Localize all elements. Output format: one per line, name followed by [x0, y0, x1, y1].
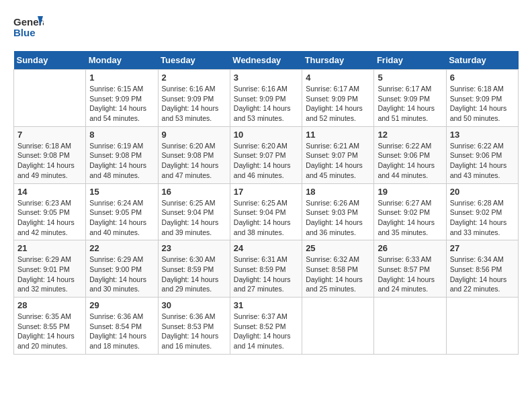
day-info: Sunrise: 6:37 AM Sunset: 8:52 PM Dayligh… — [234, 312, 298, 351]
svg-text:Blue: Blue — [13, 27, 36, 38]
day-info: Sunrise: 6:36 AM Sunset: 8:53 PM Dayligh… — [162, 312, 226, 351]
day-number: 5 — [378, 73, 442, 83]
weekday-header-sunday: Sunday — [14, 51, 86, 70]
day-info: Sunrise: 6:25 AM Sunset: 9:04 PM Dayligh… — [234, 198, 298, 238]
day-info: Sunrise: 6:29 AM Sunset: 9:00 PM Dayligh… — [89, 255, 154, 294]
day-info: Sunrise: 6:36 AM Sunset: 8:54 PM Dayligh… — [89, 312, 154, 351]
day-info: Sunrise: 6:22 AM Sunset: 9:06 PM Dayligh… — [450, 141, 515, 181]
weekday-header-friday: Friday — [374, 51, 446, 70]
day-info: Sunrise: 6:19 AM Sunset: 9:08 PM Dayligh… — [89, 141, 154, 181]
day-info: Sunrise: 6:35 AM Sunset: 8:55 PM Dayligh… — [17, 312, 82, 351]
calendar-week-row: 7Sunrise: 6:18 AM Sunset: 9:08 PM Daylig… — [14, 126, 519, 183]
day-number: 7 — [17, 130, 82, 140]
day-number: 24 — [234, 243, 298, 253]
day-number: 10 — [234, 130, 298, 140]
day-info: Sunrise: 6:18 AM Sunset: 9:08 PM Dayligh… — [17, 141, 82, 181]
calendar-cell: 16Sunrise: 6:25 AM Sunset: 9:04 PM Dayli… — [158, 183, 230, 240]
calendar-cell — [374, 298, 446, 355]
calendar-week-row: 14Sunrise: 6:23 AM Sunset: 9:05 PM Dayli… — [14, 183, 519, 240]
calendar-cell: 13Sunrise: 6:22 AM Sunset: 9:06 PM Dayli… — [446, 126, 518, 183]
weekday-header-saturday: Saturday — [446, 51, 518, 70]
day-info: Sunrise: 6:29 AM Sunset: 9:01 PM Dayligh… — [17, 255, 82, 294]
calendar-table: SundayMondayTuesdayWednesdayThursdayFrid… — [13, 51, 519, 355]
day-number: 4 — [306, 73, 370, 83]
calendar-cell: 25Sunrise: 6:32 AM Sunset: 8:58 PM Dayli… — [302, 240, 374, 298]
calendar-cell: 12Sunrise: 6:22 AM Sunset: 9:06 PM Dayli… — [374, 126, 446, 183]
calendar-cell: 29Sunrise: 6:36 AM Sunset: 8:54 PM Dayli… — [86, 298, 158, 355]
day-info: Sunrise: 6:15 AM Sunset: 9:09 PM Dayligh… — [89, 84, 154, 124]
day-info: Sunrise: 6:20 AM Sunset: 9:07 PM Dayligh… — [234, 141, 298, 181]
calendar-cell: 7Sunrise: 6:18 AM Sunset: 9:08 PM Daylig… — [14, 126, 86, 183]
day-number: 6 — [450, 73, 515, 83]
day-info: Sunrise: 6:34 AM Sunset: 8:56 PM Dayligh… — [450, 255, 515, 294]
calendar-week-row: 21Sunrise: 6:29 AM Sunset: 9:01 PM Dayli… — [14, 240, 519, 298]
day-info: Sunrise: 6:26 AM Sunset: 9:03 PM Dayligh… — [306, 198, 370, 238]
day-info: Sunrise: 6:31 AM Sunset: 8:59 PM Dayligh… — [234, 255, 298, 294]
calendar-cell: 5Sunrise: 6:17 AM Sunset: 9:09 PM Daylig… — [374, 70, 446, 127]
day-info: Sunrise: 6:23 AM Sunset: 9:05 PM Dayligh… — [17, 198, 82, 238]
day-info: Sunrise: 6:28 AM Sunset: 9:02 PM Dayligh… — [450, 198, 515, 238]
page-header: GeneralBlue — [13, 13, 519, 40]
day-number: 13 — [450, 130, 515, 140]
calendar-cell: 21Sunrise: 6:29 AM Sunset: 9:01 PM Dayli… — [14, 240, 86, 298]
day-info: Sunrise: 6:25 AM Sunset: 9:04 PM Dayligh… — [162, 198, 226, 238]
weekday-header-thursday: Thursday — [302, 51, 374, 70]
day-info: Sunrise: 6:22 AM Sunset: 9:06 PM Dayligh… — [378, 141, 442, 181]
day-number: 20 — [450, 187, 515, 197]
weekday-header-wednesday: Wednesday — [230, 51, 302, 70]
day-number: 21 — [17, 243, 82, 253]
day-number: 28 — [17, 300, 82, 310]
calendar-cell: 4Sunrise: 6:17 AM Sunset: 9:09 PM Daylig… — [302, 70, 374, 127]
day-number: 8 — [89, 130, 154, 140]
day-number: 12 — [378, 130, 442, 140]
calendar-week-row: 1Sunrise: 6:15 AM Sunset: 9:09 PM Daylig… — [14, 70, 519, 127]
day-number: 2 — [162, 73, 226, 83]
day-number: 15 — [89, 187, 154, 197]
day-info: Sunrise: 6:17 AM Sunset: 9:09 PM Dayligh… — [306, 84, 370, 124]
calendar-cell: 2Sunrise: 6:16 AM Sunset: 9:09 PM Daylig… — [158, 70, 230, 127]
day-info: Sunrise: 6:18 AM Sunset: 9:09 PM Dayligh… — [450, 84, 515, 124]
day-number: 22 — [89, 243, 154, 253]
day-number: 16 — [162, 187, 226, 197]
day-number: 29 — [89, 300, 154, 310]
calendar-cell: 23Sunrise: 6:30 AM Sunset: 8:59 PM Dayli… — [158, 240, 230, 298]
calendar-cell: 20Sunrise: 6:28 AM Sunset: 9:02 PM Dayli… — [446, 183, 518, 240]
day-number: 19 — [378, 187, 442, 197]
day-info: Sunrise: 6:33 AM Sunset: 8:57 PM Dayligh… — [378, 255, 442, 294]
calendar-cell: 24Sunrise: 6:31 AM Sunset: 8:59 PM Dayli… — [230, 240, 302, 298]
calendar-cell: 8Sunrise: 6:19 AM Sunset: 9:08 PM Daylig… — [86, 126, 158, 183]
calendar-cell: 26Sunrise: 6:33 AM Sunset: 8:57 PM Dayli… — [374, 240, 446, 298]
calendar-cell: 14Sunrise: 6:23 AM Sunset: 9:05 PM Dayli… — [14, 183, 86, 240]
calendar-cell — [446, 298, 518, 355]
day-number: 18 — [306, 187, 370, 197]
calendar-cell: 19Sunrise: 6:27 AM Sunset: 9:02 PM Dayli… — [374, 183, 446, 240]
calendar-cell: 28Sunrise: 6:35 AM Sunset: 8:55 PM Dayli… — [14, 298, 86, 355]
calendar-cell: 22Sunrise: 6:29 AM Sunset: 9:00 PM Dayli… — [86, 240, 158, 298]
weekday-header-tuesday: Tuesday — [158, 51, 230, 70]
day-number: 25 — [306, 243, 370, 253]
logo: GeneralBlue — [13, 13, 44, 40]
day-number: 27 — [450, 243, 515, 253]
day-info: Sunrise: 6:16 AM Sunset: 9:09 PM Dayligh… — [234, 84, 298, 124]
day-info: Sunrise: 6:21 AM Sunset: 9:07 PM Dayligh… — [306, 141, 370, 181]
day-info: Sunrise: 6:27 AM Sunset: 9:02 PM Dayligh… — [378, 198, 442, 238]
calendar-cell: 31Sunrise: 6:37 AM Sunset: 8:52 PM Dayli… — [230, 298, 302, 355]
logo-svg: GeneralBlue — [13, 13, 44, 40]
day-number: 17 — [234, 187, 298, 197]
calendar-cell — [302, 298, 374, 355]
calendar-cell: 3Sunrise: 6:16 AM Sunset: 9:09 PM Daylig… — [230, 70, 302, 127]
day-number: 30 — [162, 300, 226, 310]
day-number: 26 — [378, 243, 442, 253]
day-number: 14 — [17, 187, 82, 197]
calendar-cell: 11Sunrise: 6:21 AM Sunset: 9:07 PM Dayli… — [302, 126, 374, 183]
day-number: 31 — [234, 300, 298, 310]
day-number: 9 — [162, 130, 226, 140]
calendar-cell: 17Sunrise: 6:25 AM Sunset: 9:04 PM Dayli… — [230, 183, 302, 240]
calendar-cell: 9Sunrise: 6:20 AM Sunset: 9:08 PM Daylig… — [158, 126, 230, 183]
day-number: 23 — [162, 243, 226, 253]
day-info: Sunrise: 6:24 AM Sunset: 9:05 PM Dayligh… — [89, 198, 154, 238]
day-info: Sunrise: 6:20 AM Sunset: 9:08 PM Dayligh… — [162, 141, 226, 181]
calendar-cell: 30Sunrise: 6:36 AM Sunset: 8:53 PM Dayli… — [158, 298, 230, 355]
calendar-cell: 6Sunrise: 6:18 AM Sunset: 9:09 PM Daylig… — [446, 70, 518, 127]
calendar-cell: 27Sunrise: 6:34 AM Sunset: 8:56 PM Dayli… — [446, 240, 518, 298]
